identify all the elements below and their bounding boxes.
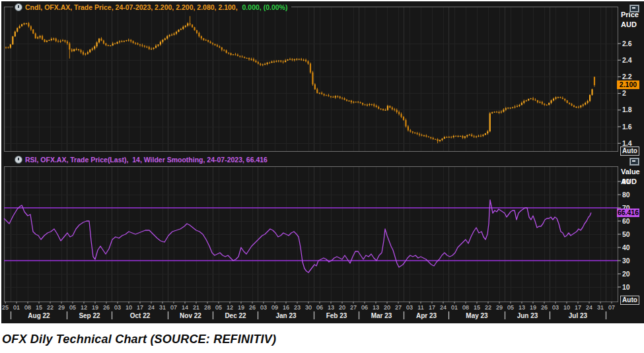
svg-text:07: 07 (170, 304, 177, 311)
price-axis-currency: AUD (621, 20, 637, 28)
svg-text:25: 25 (2, 304, 9, 311)
svg-text:Jan 23: Jan 23 (275, 312, 297, 319)
svg-text:24: 24 (586, 304, 592, 311)
chart-caption: OFX Dily Technical Chart (SOURCE: REFINI… (2, 333, 276, 346)
price-axis-auto-button[interactable]: Auto (620, 146, 639, 156)
svg-text:Feb 23: Feb 23 (326, 312, 347, 319)
svg-text:28: 28 (204, 304, 211, 311)
svg-text:Apr 23: Apr 23 (416, 312, 437, 319)
svg-text:Oct 22: Oct 22 (130, 312, 151, 319)
svg-text:31: 31 (597, 304, 604, 311)
svg-text:19: 19 (92, 304, 98, 311)
svg-text:01: 01 (451, 304, 458, 311)
svg-text:09: 09 (271, 304, 278, 311)
svg-text:2.6: 2.6 (622, 40, 632, 48)
svg-text:27: 27 (350, 304, 357, 311)
svg-text:1.6: 1.6 (622, 123, 632, 131)
svg-text:May 23: May 23 (466, 312, 488, 319)
svg-text:80: 80 (622, 191, 630, 199)
svg-text:30: 30 (305, 304, 312, 311)
svg-text:26: 26 (103, 304, 110, 311)
svg-text:1.8: 1.8 (622, 106, 632, 113)
svg-text:12: 12 (227, 304, 233, 311)
svg-text:24: 24 (440, 304, 447, 311)
x-axis-month-labels: Aug 22Sep 22Oct 22Nov 22Dec 22Jan 23Feb … (11, 311, 606, 319)
legend-candle-text: Cndl, OFX.AX, Trade Price, 24-07-2023, 2… (25, 3, 240, 11)
svg-text:10: 10 (563, 304, 570, 311)
svg-text:2.4: 2.4 (622, 56, 632, 64)
svg-text:50: 50 (622, 230, 630, 238)
svg-text:13: 13 (373, 304, 379, 311)
svg-text:01: 01 (13, 304, 20, 311)
candles-layer (5, 16, 595, 143)
svg-text:Nov 22: Nov 22 (180, 312, 201, 319)
svg-text:13: 13 (328, 304, 334, 311)
svg-text:08: 08 (24, 304, 31, 311)
svg-text:05: 05 (507, 304, 514, 311)
svg-text:10: 10 (125, 304, 132, 311)
refinitiv-chart-window: 2.62.42.221.81.61.4908070605040302010250… (1, 1, 644, 323)
svg-text:31: 31 (159, 304, 166, 311)
rsi-axis-currency: AUD (621, 177, 637, 185)
svg-text:03: 03 (260, 304, 267, 311)
svg-text:20: 20 (384, 304, 390, 311)
svg-text:Jun 23: Jun 23 (517, 312, 538, 319)
last-price-marker: 2.100 (617, 80, 639, 89)
svg-text:19: 19 (238, 304, 244, 311)
svg-text:03: 03 (114, 304, 121, 311)
svg-text:Mar 23: Mar 23 (371, 312, 392, 319)
svg-text:24: 24 (148, 304, 155, 311)
svg-text:06: 06 (361, 304, 368, 311)
svg-text:Dec 22: Dec 22 (225, 312, 246, 319)
svg-text:20: 20 (339, 304, 345, 311)
x-axis-week-labels: 2501081522290512192603101724310714212805… (2, 302, 615, 311)
svg-text:06: 06 (316, 304, 323, 311)
svg-text:2.2: 2.2 (622, 73, 632, 80)
svg-text:2: 2 (622, 89, 626, 97)
svg-text:1.4: 1.4 (622, 139, 632, 147)
panel-options-icon[interactable] (629, 158, 639, 166)
clock-icon (15, 3, 22, 11)
rsi-value-marker: 66.416 (617, 209, 639, 217)
rsi-axis-auto-button[interactable]: Auto (620, 296, 639, 305)
svg-text:17: 17 (429, 304, 435, 311)
svg-text:13: 13 (519, 304, 525, 311)
svg-text:30: 30 (622, 257, 630, 265)
svg-text:03: 03 (406, 304, 413, 311)
svg-text:12: 12 (81, 304, 87, 311)
svg-text:07: 07 (608, 304, 615, 311)
svg-text:08: 08 (462, 304, 469, 311)
svg-text:15: 15 (36, 304, 42, 311)
svg-text:21: 21 (193, 304, 199, 311)
legend-candle-change: 0.000, (0.00%) (242, 3, 288, 11)
legend-rsi[interactable]: RSI, OFX.AX, Trade Price(Last), 14, Wild… (13, 155, 271, 164)
svg-text:11: 11 (417, 304, 423, 311)
svg-text:03: 03 (552, 304, 559, 311)
clock-icon (15, 156, 22, 164)
legend-candle[interactable]: Cndl, OFX.AX, Trade Price, 24-07-2023, 2… (13, 3, 291, 11)
panel-options-icon[interactable] (629, 5, 639, 13)
svg-text:23: 23 (294, 304, 301, 311)
svg-text:40: 40 (622, 243, 630, 251)
svg-text:05: 05 (215, 304, 222, 311)
svg-text:22: 22 (485, 304, 491, 311)
svg-text:Aug 22: Aug 22 (28, 312, 50, 319)
svg-text:16: 16 (283, 304, 289, 311)
svg-text:27: 27 (395, 304, 402, 311)
svg-text:29: 29 (496, 304, 503, 311)
svg-text:10: 10 (622, 283, 630, 291)
svg-text:17: 17 (575, 304, 581, 311)
svg-text:Jul 23: Jul 23 (569, 312, 588, 319)
svg-text:17: 17 (137, 304, 143, 311)
svg-text:20: 20 (622, 270, 630, 278)
svg-text:29: 29 (58, 304, 65, 311)
svg-text:Sep 22: Sep 22 (79, 312, 100, 319)
document-page: 2.62.42.221.81.61.4908070605040302010250… (0, 0, 644, 353)
svg-text:05: 05 (69, 304, 76, 311)
rsi-axis-title: Value (621, 168, 640, 176)
svg-text:60: 60 (622, 217, 630, 225)
svg-text:26: 26 (541, 304, 548, 311)
svg-text:15: 15 (474, 304, 480, 311)
legend-rsi-text: RSI, OFX.AX, Trade Price(Last), 14, Wild… (25, 156, 268, 164)
svg-text:26: 26 (249, 304, 256, 311)
